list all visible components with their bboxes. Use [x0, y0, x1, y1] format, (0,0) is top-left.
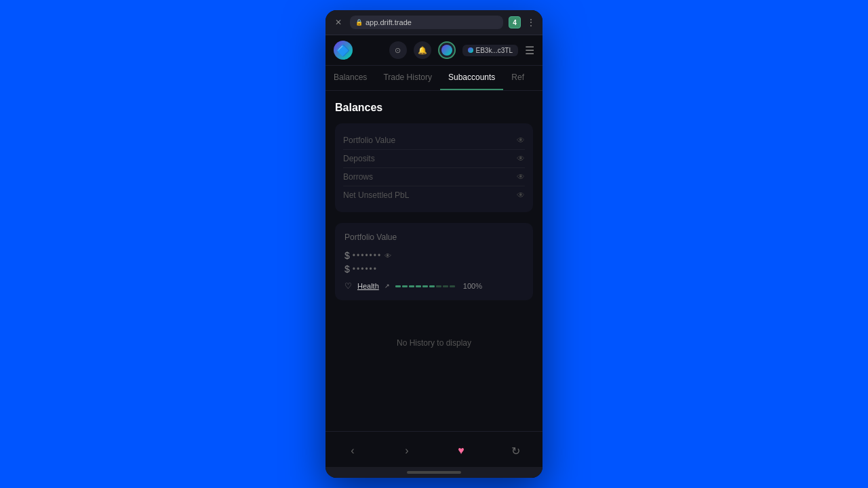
balances-card: Portfolio Value 👁 Deposits 👁 Borrows 👁 N…	[335, 123, 533, 212]
health-seg-4	[416, 285, 421, 287]
portfolio-primary-row: $ ••••••• 👁	[344, 250, 524, 261]
settings-icon-button[interactable]: ⊙	[389, 41, 407, 59]
tab-ref[interactable]: Ref	[503, 66, 532, 90]
eye-icon-portfolio[interactable]: 👁	[517, 136, 525, 145]
home-indicator	[326, 467, 542, 478]
health-seg-3	[409, 285, 414, 287]
health-seg-2	[402, 285, 408, 287]
no-history-text: No History to display	[397, 338, 471, 348]
nav-tabs: Balances Trade History Subaccounts Ref	[326, 66, 542, 91]
health-bar	[395, 285, 455, 287]
tab-subaccounts[interactable]: Subaccounts	[440, 66, 503, 90]
health-link[interactable]: Health	[357, 282, 379, 290]
health-seg-8	[443, 285, 448, 287]
balance-label-borrows: Borrows	[343, 172, 373, 182]
forward-button[interactable]: ›	[395, 439, 419, 463]
portfolio-secondary-row: $ ••••••	[344, 264, 524, 274]
portfolio-section-title: Portfolio Value	[344, 232, 524, 242]
portfolio-primary-amount: $ ••••••• 👁	[344, 250, 391, 261]
lock-icon: 🔒	[355, 19, 363, 26]
balance-row-borrows: Borrows 👁	[343, 168, 525, 186]
phone-container: ✕ 🔒 app.drift.trade 4 ⋮ 🔷 ⊙ 🔔 EB3k...c3T…	[326, 10, 542, 478]
health-seg-9	[450, 285, 455, 287]
portfolio-section: Portfolio Value $ ••••••• 👁 $ •••••• ♡ H…	[335, 223, 533, 300]
browser-chrome: ✕ 🔒 app.drift.trade 4 ⋮	[326, 10, 542, 35]
wallet-dot	[468, 47, 473, 53]
logo-icon: 🔷	[336, 44, 350, 57]
app-header: 🔷 ⊙ 🔔 EB3k...c3TL ☰	[326, 35, 542, 66]
balance-label-pnl: Net Unsettled PbL	[343, 190, 409, 200]
primary-currency-symbol: $	[344, 250, 350, 261]
balance-row-pnl: Net Unsettled PbL 👁	[343, 186, 525, 204]
health-row: ♡ Health ↗ 100%	[344, 281, 524, 291]
address-bar: 🔒 app.drift.trade	[350, 16, 503, 29]
browser-menu-button[interactable]: ⋮	[526, 17, 536, 28]
bottom-nav: ‹ › ♥ ↻	[326, 431, 542, 467]
primary-eye-icon[interactable]: 👁	[384, 252, 391, 260]
wallet-avatar	[441, 45, 452, 56]
refresh-button[interactable]: ↻	[503, 439, 528, 463]
balance-row-portfolio: Portfolio Value 👁	[343, 131, 525, 150]
no-history-message: No History to display	[335, 311, 533, 375]
hamburger-menu-button[interactable]: ☰	[525, 44, 534, 57]
balance-label-portfolio: Portfolio Value	[343, 136, 395, 145]
health-seg-1	[395, 285, 401, 287]
eye-icon-deposits[interactable]: 👁	[517, 154, 525, 163]
balances-section-title: Balances	[335, 102, 533, 114]
heart-button[interactable]: ♥	[449, 439, 473, 463]
wallet-address-badge[interactable]: EB3k...c3TL	[462, 45, 518, 56]
eye-icon-pnl[interactable]: 👁	[517, 190, 525, 200]
app-logo: 🔷	[334, 41, 353, 60]
heart-icon: ♡	[344, 281, 352, 291]
health-seg-5	[422, 285, 428, 287]
primary-dots: •••••••	[353, 251, 382, 260]
tab-count[interactable]: 4	[509, 16, 521, 28]
eye-icon-borrows[interactable]: 👁	[517, 172, 525, 182]
url-text: app.drift.trade	[366, 18, 498, 26]
back-button[interactable]: ‹	[340, 439, 365, 463]
health-percent: 100%	[463, 282, 482, 290]
secondary-currency-symbol: $	[344, 264, 350, 274]
home-bar	[407, 471, 461, 474]
close-button[interactable]: ✕	[332, 16, 344, 28]
notifications-icon-button[interactable]: 🔔	[414, 41, 431, 59]
health-seg-7	[436, 285, 441, 287]
wallet-address-text: EB3k...c3TL	[476, 47, 513, 54]
balance-label-deposits: Deposits	[343, 154, 375, 163]
main-content: Balances Portfolio Value 👁 Deposits 👁 Bo…	[326, 91, 542, 431]
health-seg-6	[429, 285, 435, 287]
external-link-icon: ↗	[384, 283, 390, 289]
secondary-dots: ••••••	[353, 264, 378, 274]
wallet-icon-button[interactable]	[438, 41, 456, 59]
tab-balances[interactable]: Balances	[326, 66, 375, 90]
tab-trade-history[interactable]: Trade History	[375, 66, 440, 90]
balance-row-deposits: Deposits 👁	[343, 150, 525, 168]
